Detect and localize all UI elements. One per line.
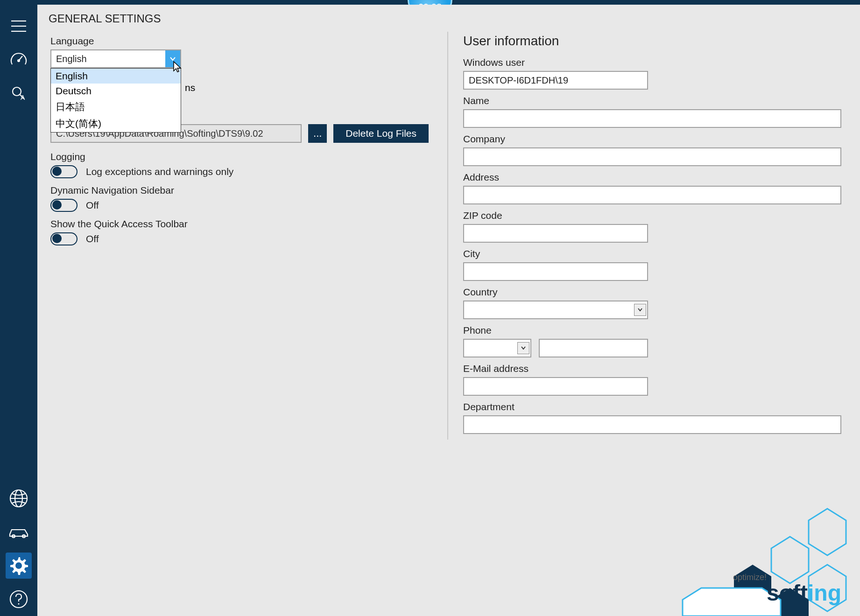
language-input[interactable] (50, 49, 181, 68)
name-input[interactable] (463, 109, 841, 128)
device-icon[interactable]: A (6, 80, 32, 106)
qat-label: Show the Quick Access Toolbar (50, 218, 429, 230)
gear-icon[interactable] (6, 553, 32, 579)
country-label: Country (463, 287, 841, 298)
logging-toggle[interactable] (50, 165, 78, 178)
svg-marker-19 (809, 565, 846, 611)
svg-marker-17 (809, 509, 846, 555)
svg-point-14 (15, 562, 22, 569)
car-icon[interactable] (6, 519, 32, 545)
svg-point-4 (17, 59, 20, 62)
address-label: Address (463, 172, 841, 183)
sidebar: A (0, 5, 37, 616)
language-label: Language (50, 35, 429, 47)
chevron-down-icon[interactable] (165, 50, 180, 67)
country-select[interactable] (463, 301, 648, 319)
windows-user-input[interactable] (463, 71, 648, 90)
brand-name: softing (767, 580, 841, 606)
brand-tagline: optimize! (733, 573, 767, 582)
company-label: Company (463, 133, 841, 145)
menu-icon[interactable] (6, 13, 32, 39)
page-title: GENERAL SETTINGS (37, 5, 860, 32)
svg-text:A: A (21, 94, 25, 101)
dynnav-toggle[interactable] (50, 199, 78, 212)
department-label: Department (463, 401, 841, 413)
logging-label: Logging (50, 151, 429, 162)
department-input[interactable] (463, 415, 841, 434)
phone-cc-input[interactable] (463, 339, 531, 357)
name-label: Name (463, 95, 841, 106)
dynnav-status: Off (86, 200, 99, 211)
qat-status: Off (86, 233, 99, 245)
svg-point-5 (13, 87, 21, 96)
logging-status: Log exceptions and warnings only (86, 166, 233, 177)
language-dropdown: English Deutsch 日本語 中文(简体) (50, 68, 181, 133)
language-option[interactable]: Deutsch (51, 84, 181, 98)
city-input[interactable] (463, 262, 648, 281)
dynnav-label: Dynamic Navigation Sidebar (50, 185, 429, 196)
branding-logo: optimize! softing (645, 495, 860, 616)
company-input[interactable] (463, 147, 841, 166)
language-option[interactable]: English (51, 69, 181, 84)
svg-marker-21 (771, 588, 809, 616)
svg-marker-20 (734, 565, 771, 611)
userinfo-heading: User information (463, 34, 841, 49)
gauge-icon[interactable] (6, 47, 32, 73)
globe-icon[interactable] (6, 485, 32, 511)
windows-user-label: Windows user (463, 57, 841, 68)
delete-log-button[interactable]: Delete Log Files (333, 124, 429, 143)
phone-cc-select[interactable] (463, 339, 531, 357)
qat-toggle[interactable] (50, 232, 78, 245)
language-option[interactable]: 日本語 (51, 98, 181, 115)
country-input[interactable] (463, 301, 648, 319)
hexagon-pattern-icon (645, 495, 860, 616)
phone-number-input[interactable] (539, 339, 648, 357)
help-icon[interactable] (6, 586, 32, 612)
svg-point-16 (18, 603, 20, 605)
city-label: City (463, 248, 841, 259)
svg-marker-22 (683, 588, 781, 616)
language-option[interactable]: 中文(简体) (51, 115, 181, 132)
email-label: E-Mail address (463, 363, 841, 374)
zip-input[interactable] (463, 224, 648, 243)
svg-marker-18 (771, 537, 809, 583)
email-input[interactable] (463, 377, 648, 396)
address-input[interactable] (463, 186, 841, 204)
titlebar: 09:08 (0, 0, 860, 5)
language-select[interactable]: English Deutsch 日本語 中文(简体) (50, 49, 181, 68)
phone-label: Phone (463, 325, 841, 336)
browse-button[interactable]: ... (308, 124, 327, 143)
obscured-text: ns (185, 82, 195, 93)
zip-label: ZIP code (463, 210, 841, 221)
